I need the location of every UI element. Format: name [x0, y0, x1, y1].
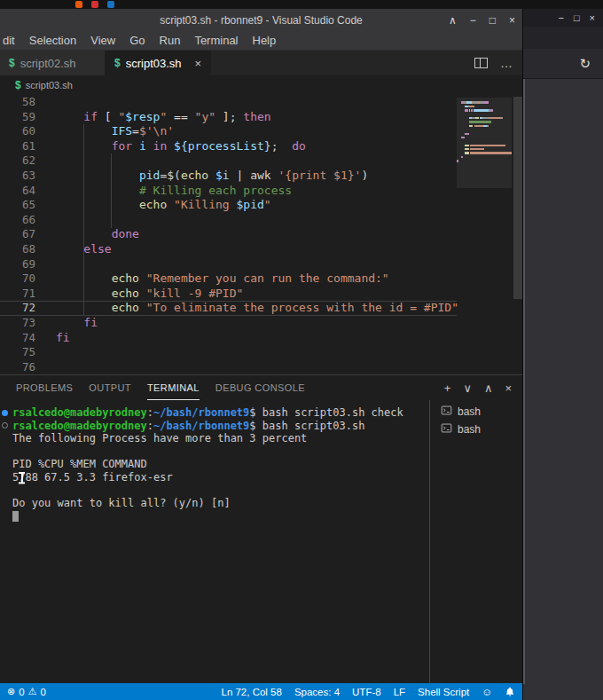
terminal-text: Do you want to kill all? (y/n) [n] [12, 497, 231, 509]
code-line-64[interactable]: 64 # Killing each process [0, 184, 457, 199]
editor-scrollbar[interactable] [513, 97, 522, 299]
code-text: else [35, 242, 112, 257]
minimap[interactable] [457, 98, 512, 372]
background-window: −□× ↻ [523, 9, 603, 700]
code-line-71[interactable]: 71 echo "kill -9 #PID" [0, 287, 457, 302]
chevron-up-icon[interactable]: ∧ [449, 14, 457, 27]
terminal-icon [441, 405, 452, 419]
line-number: 71 [0, 287, 35, 302]
menu-dit[interactable]: dit [0, 34, 22, 47]
status-shell-script[interactable]: Shell Script [418, 687, 469, 697]
terminal-cursor [12, 511, 19, 522]
chevron-up-icon[interactable]: ∧ [484, 381, 493, 395]
code-line-62[interactable]: 62 [0, 153, 457, 169]
menubar: ditSelectionViewGoRunTerminalHelp [0, 31, 522, 51]
code-line-75[interactable]: 75 [0, 345, 457, 360]
code-line-60[interactable]: 60 IFS=$'\n' [0, 124, 457, 139]
code-line-69[interactable]: 69 [0, 257, 457, 272]
terminal-list-item[interactable]: bash [430, 421, 522, 438]
code-line-70[interactable]: 70 echo "Remember you can run the comman… [0, 271, 457, 287]
code-line-65[interactable]: 65 echo "Killing $pid" [0, 198, 457, 213]
menu-help[interactable]: Help [246, 34, 284, 47]
panel-tab-output[interactable]: OUTPUT [89, 375, 131, 400]
editor[interactable]: 5859 if [ "$resp" == "y" ]; then60 IFS=$… [0, 95, 522, 374]
maximize-icon[interactable]: □ [574, 12, 580, 23]
code-line-68[interactable]: 68 else [0, 242, 457, 257]
status-utf-8[interactable]: UTF-8 [352, 687, 381, 697]
minimize-icon[interactable]: − [470, 14, 476, 27]
problems-status[interactable]: ⊗ 0 ⚠ 0 [7, 686, 46, 697]
command-decoration-icon[interactable] [2, 410, 8, 416]
code-text: for i in ${processList}; do [35, 139, 306, 154]
minimize-icon[interactable]: − [558, 12, 563, 23]
terminal-text [12, 445, 19, 458]
menu-run[interactable]: Run [153, 34, 188, 47]
code-line-76[interactable]: 76 [0, 360, 457, 374]
firefox-icon[interactable] [75, 1, 82, 8]
code-text: if [ "$resp" == "y" ]; then [35, 110, 271, 125]
code-line-74[interactable]: 74fi [0, 331, 457, 346]
shell-file-icon: $ [9, 57, 15, 69]
tab-label: script03.sh [126, 57, 182, 70]
minimap-slider[interactable] [457, 98, 512, 188]
notifications-bell-icon[interactable] [505, 687, 515, 697]
menu-terminal[interactable]: Terminal [187, 34, 245, 47]
code-text [35, 213, 56, 228]
window-title: script03.sh - rbonnet9 - Visual Studio C… [160, 14, 363, 27]
code-text [35, 257, 56, 272]
line-number: 69 [0, 257, 35, 272]
code-line-63[interactable]: 63 pid=$(echo $i | awk '{print $1}') [0, 169, 457, 184]
red-app-icon[interactable] [91, 1, 98, 8]
status-lf[interactable]: LF [394, 687, 405, 697]
menu-selection[interactable]: Selection [22, 34, 83, 47]
breadcrumb[interactable]: $ script03.sh [0, 75, 522, 95]
code-text: echo "Killing $pid" [35, 198, 271, 213]
status-spaces-4[interactable]: Spaces: 4 [294, 687, 340, 697]
status-ln-72-col-58[interactable]: Ln 72, Col 58 [221, 687, 281, 697]
code-line-58[interactable]: 58 [0, 95, 457, 110]
code-text: echo "kill -9 #PID" [35, 287, 243, 302]
maximize-icon[interactable]: □ [489, 14, 496, 27]
new-terminal-icon[interactable]: + [444, 381, 451, 395]
feedback-icon[interactable]: ☺ [482, 687, 492, 697]
tab-script02.sh[interactable]: $script02.sh [0, 51, 106, 75]
line-number: 65 [0, 198, 35, 213]
line-number: 74 [0, 331, 35, 346]
terminal-line: Do you want to kill all? (y/n) [n] [12, 497, 429, 510]
code-line-59[interactable]: 59 if [ "$resp" == "y" ]; then [0, 110, 457, 125]
panel-tab-terminal[interactable]: TERMINAL [147, 375, 200, 400]
close-tab-icon[interactable]: × [194, 57, 201, 70]
terminal[interactable]: rsalcedo@madebyrodney:~/bash/rbonnet9$ b… [0, 400, 429, 683]
prompt-user: rsalcedo@madebyrodney [12, 420, 147, 432]
background-window-toolbar: ↻ [523, 49, 603, 79]
split-editor-icon[interactable] [474, 58, 488, 68]
titlebar[interactable]: script03.sh - rbonnet9 - Visual Studio C… [0, 9, 522, 31]
command-decoration-icon[interactable] [2, 422, 8, 429]
code-text: fi [35, 331, 70, 346]
vscode-window: script03.sh - rbonnet9 - Visual Studio C… [0, 9, 523, 700]
error-count: 0 [19, 687, 24, 697]
terminal-line: 5788 67.5 3.3 firefox-esr [12, 471, 429, 484]
reload-icon[interactable]: ↻ [579, 56, 591, 72]
code-line-67[interactable]: 67 done [0, 227, 457, 242]
menu-go[interactable]: Go [122, 34, 152, 47]
tab-script03.sh[interactable]: $script03.sh× [106, 51, 211, 75]
code-line-72[interactable]: 72 echo "To eliminate the process with t… [0, 301, 457, 316]
panel-tab-problems[interactable]: PROBLEMS [16, 375, 73, 400]
system-taskbar [0, 0, 603, 9]
code-line-73[interactable]: 73 fi [0, 316, 457, 331]
close-icon[interactable]: × [509, 14, 515, 27]
code-line-66[interactable]: 66 [0, 213, 457, 228]
line-number: 76 [0, 360, 35, 374]
terminal-text: 5788 67.5 3.3 firefox-esr [12, 471, 173, 484]
code-line-61[interactable]: 61 for i in ${processList}; do [0, 139, 457, 154]
more-actions-icon[interactable]: … [500, 56, 513, 70]
menu-view[interactable]: View [83, 34, 122, 47]
terminal-label: bash [458, 423, 481, 436]
chevron-down-icon[interactable]: ∨ [463, 381, 472, 395]
panel-tab-debug-console[interactable]: DEBUG CONSOLE [215, 375, 305, 400]
close-panel-icon[interactable]: × [505, 381, 512, 395]
terminal-list-item[interactable]: bash [430, 403, 522, 421]
blue-app-icon[interactable] [107, 1, 114, 8]
close-icon[interactable]: × [590, 12, 595, 23]
